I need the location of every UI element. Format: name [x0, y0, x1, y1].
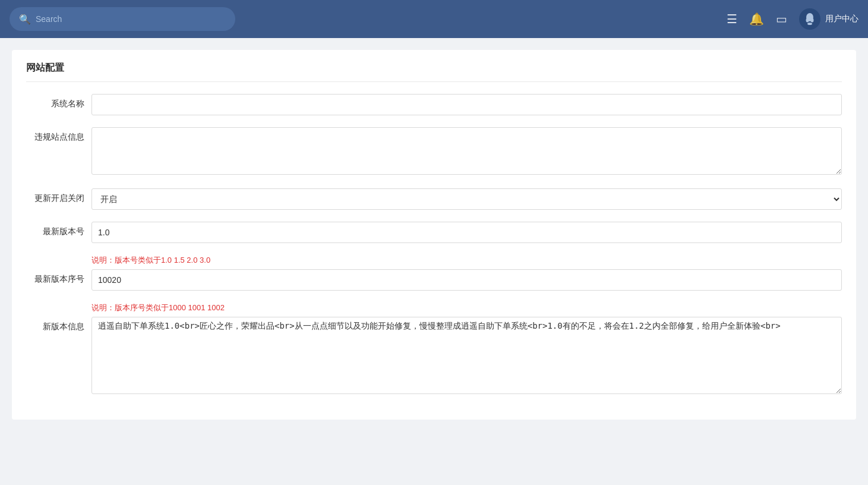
system-name-label: 系统名称	[26, 94, 91, 109]
search-icon: 🔍	[19, 14, 31, 25]
user-label: 用户中心	[825, 14, 858, 24]
section-title: 网站配置	[26, 62, 842, 82]
new-version-info-textarea[interactable]: 逍遥自助下单系统1.0<br>匠心之作，荣耀出品<br>从一点点细节以及功能开始…	[91, 317, 842, 394]
latest-version-input[interactable]	[91, 222, 842, 243]
update-toggle-label: 更新开启关闭	[26, 188, 91, 204]
bell-icon[interactable]: 🔔	[749, 12, 764, 26]
search-input[interactable]	[36, 14, 226, 24]
user-center[interactable]: 用户中心	[799, 8, 858, 30]
violation-info-row: 违规站点信息	[26, 127, 842, 177]
violation-info-control	[91, 127, 842, 177]
update-toggle-select[interactable]: 开启 关闭	[91, 188, 842, 210]
section-card: 网站配置 系统名称 违规站点信息 更新开启关闭 开启 关闭	[12, 50, 856, 420]
latest-version-control	[91, 222, 842, 243]
main-content: 网站配置 系统名称 违规站点信息 更新开启关闭 开启 关闭	[0, 38, 868, 441]
violation-info-textarea[interactable]	[91, 127, 842, 175]
latest-version-seq-input[interactable]	[91, 269, 842, 291]
latest-version-seq-control	[91, 269, 842, 291]
new-version-info-row: 新版本信息 逍遥自助下单系统1.0<br>匠心之作，荣耀出品<br>从一点点细节…	[26, 317, 842, 396]
svg-point-2	[811, 18, 814, 23]
header: 🔍 ☰ 🔔 ▭ 用户中心	[0, 0, 868, 38]
latest-version-row: 最新版本号	[26, 222, 842, 243]
latest-version-seq-row: 最新版本序号	[26, 269, 842, 291]
system-name-control	[91, 94, 842, 115]
version-hint: 说明：版本号类似于1.0 1.5 2.0 3.0	[91, 255, 842, 266]
svg-point-3	[807, 23, 812, 25]
new-version-info-label: 新版本信息	[26, 317, 91, 332]
latest-version-label: 最新版本号	[26, 222, 91, 237]
menu-icon[interactable]: ☰	[727, 12, 737, 26]
new-version-info-control: 逍遥自助下单系统1.0<br>匠心之作，荣耀出品<br>从一点点细节以及功能开始…	[91, 317, 842, 396]
version-seq-hint: 说明：版本序号类似于1000 1001 1002	[91, 303, 842, 313]
header-right: ☰ 🔔 ▭ 用户中心	[727, 8, 858, 30]
system-name-input[interactable]	[91, 94, 842, 115]
search-box[interactable]: 🔍	[10, 7, 235, 31]
avatar	[799, 8, 820, 30]
violation-info-label: 违规站点信息	[26, 127, 91, 143]
update-toggle-control: 开启 关闭	[91, 188, 842, 210]
latest-version-seq-label: 最新版本序号	[26, 269, 91, 285]
update-toggle-row: 更新开启关闭 开启 关闭	[26, 188, 842, 210]
system-name-row: 系统名称	[26, 94, 842, 115]
svg-point-1	[806, 18, 809, 23]
screen-icon[interactable]: ▭	[776, 12, 787, 26]
